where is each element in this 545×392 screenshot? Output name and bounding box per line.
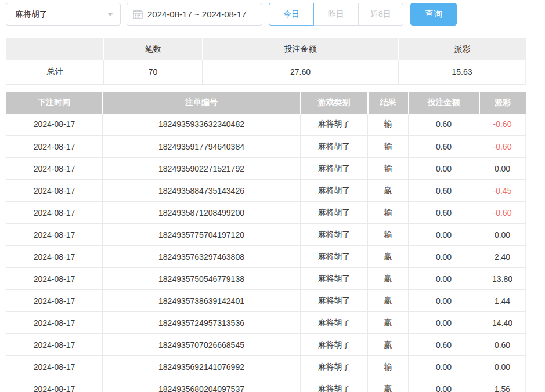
cell-result: 赢 [368, 334, 409, 356]
bets-table: 下注时间注单编号游戏类别结果投注金额派彩 2024-08-17182493593… [6, 92, 526, 392]
cell-bet-time: 2024-08-17 [6, 378, 103, 392]
cell-bet-amount: 0.00 [409, 158, 479, 180]
cell-bet-id: 1824935707026668545 [103, 334, 301, 356]
table-row: 2024-08-171824935750546779138麻将胡了赢0.0013… [6, 268, 526, 290]
total-count: 70 [104, 60, 203, 84]
calendar-icon [133, 9, 143, 19]
last-8-days-button[interactable]: 近8日 [358, 3, 403, 26]
cell-bet-amount: 0.60 [409, 334, 479, 356]
summary-header-count: 笔数 [104, 38, 203, 60]
cell-bet-amount: 0.00 [409, 268, 479, 290]
summary-table: 笔数 投注金额 派彩 总计 70 27.60 15.63 [6, 38, 526, 85]
cell-bet-amount: 0.00 [409, 356, 479, 378]
cell-payout: 13.80 [479, 268, 526, 290]
bets-column-header-cell-game-type: 游戏类别 [301, 92, 368, 114]
cell-game-type: 麻将胡了 [301, 180, 368, 202]
cell-game-type: 麻将胡了 [301, 268, 368, 290]
cell-game-type: 麻将胡了 [301, 356, 368, 378]
cell-result: 赢 [368, 290, 409, 312]
cell-game-type: 麻将胡了 [301, 246, 368, 268]
table-row: 2024-08-171824935738639142401麻将胡了赢0.001.… [6, 290, 526, 312]
cell-bet-time: 2024-08-17 [6, 114, 103, 136]
cell-bet-id: 1824935884735143426 [103, 180, 301, 202]
cell-game-type: 麻将胡了 [301, 334, 368, 356]
cell-payout: 0.60 [479, 334, 526, 356]
query-button[interactable]: 查询 [410, 3, 457, 26]
table-row: 2024-08-171824935917794640384麻将胡了输0.60-0… [6, 136, 526, 158]
cell-bet-amount: 0.00 [409, 378, 479, 392]
table-row: 2024-08-171824935680204097537麻将胡了赢0.001.… [6, 378, 526, 392]
cell-payout: -0.60 [479, 114, 526, 136]
date-range-picker[interactable]: 2024-08-17 ~ 2024-08-17 [127, 3, 262, 26]
table-row: 2024-08-171824935902271521792麻将胡了输0.000.… [6, 158, 526, 180]
cell-result: 输 [368, 136, 409, 158]
total-payout: 15.63 [399, 60, 526, 84]
cell-result: 赢 [368, 180, 409, 202]
summary-total-row: 总计 70 27.60 15.63 [6, 60, 526, 84]
cell-bet-time: 2024-08-17 [6, 312, 103, 334]
bets-header-row: 下注时间注单编号游戏类别结果投注金额派彩 [6, 92, 526, 114]
cell-game-type: 麻将胡了 [301, 202, 368, 224]
cell-bet-id: 1824935902271521792 [103, 158, 301, 180]
cell-game-type: 麻将胡了 [301, 136, 368, 158]
cell-game-type: 麻将胡了 [301, 114, 368, 136]
cell-payout: -0.60 [479, 136, 526, 158]
cell-result: 赢 [368, 268, 409, 290]
table-row: 2024-08-171824935692141076992麻将胡了输0.000.… [6, 356, 526, 378]
cell-game-type: 麻将胡了 [301, 224, 368, 246]
cell-bet-amount: 0.00 [409, 290, 479, 312]
cell-bet-time: 2024-08-17 [6, 224, 103, 246]
bets-column-header-cell-bet-amount: 投注金额 [409, 92, 479, 114]
cell-bet-id: 1824935750546779138 [103, 268, 301, 290]
cell-game-type: 麻将胡了 [301, 158, 368, 180]
table-row: 2024-08-171824935871208499200麻将胡了输0.60-0… [6, 202, 526, 224]
cell-payout: 14.40 [479, 312, 526, 334]
bets-column-header-cell-bet-id: 注单编号 [103, 92, 301, 114]
cell-bet-time: 2024-08-17 [6, 202, 103, 224]
cell-result: 赢 [368, 246, 409, 268]
quick-filter-group: 今日 昨日 近8日 [269, 3, 403, 26]
cell-result: 输 [368, 202, 409, 224]
table-row: 2024-08-171824935707026668545麻将胡了赢0.600.… [6, 334, 526, 356]
cell-result: 输 [368, 356, 409, 378]
yesterday-button[interactable]: 昨日 [313, 3, 359, 26]
bets-column-header-cell-bet-time: 下注时间 [6, 92, 103, 114]
cell-bet-time: 2024-08-17 [6, 290, 103, 312]
cell-bet-time: 2024-08-17 [6, 356, 103, 378]
game-select-value: 麻将胡了 [15, 9, 48, 20]
cell-bet-amount: 0.00 [409, 246, 479, 268]
cell-bet-amount: 0.60 [409, 180, 479, 202]
table-row: 2024-08-171824935763297463808麻将胡了赢0.002.… [6, 246, 526, 268]
table-row: 2024-08-171824935775704197120麻将胡了输0.000.… [6, 224, 526, 246]
chevron-down-icon [107, 13, 113, 16]
cell-payout: 0.00 [479, 158, 526, 180]
summary-header-row: 笔数 投注金额 派彩 [6, 38, 526, 60]
cell-bet-id: 1824935692141076992 [103, 356, 301, 378]
cell-bet-time: 2024-08-17 [6, 246, 103, 268]
total-bet-amount: 27.60 [203, 60, 399, 84]
cell-result: 输 [368, 158, 409, 180]
cell-bet-amount: 0.60 [409, 136, 479, 158]
summary-header-payout: 派彩 [399, 38, 526, 60]
cell-payout: -0.60 [479, 202, 526, 224]
cell-game-type: 麻将胡了 [301, 312, 368, 334]
game-select[interactable]: 麻将胡了 [6, 3, 121, 26]
cell-game-type: 麻将胡了 [301, 378, 368, 392]
cell-payout: -0.45 [479, 180, 526, 202]
cell-bet-time: 2024-08-17 [6, 136, 103, 158]
cell-payout: 0.00 [479, 224, 526, 246]
cell-bet-amount: 0.60 [409, 202, 479, 224]
cell-payout: 2.40 [479, 246, 526, 268]
bets-column-header-cell-payout: 派彩 [479, 92, 526, 114]
cell-bet-amount: 0.00 [409, 312, 479, 334]
table-row: 2024-08-171824935884735143426麻将胡了赢0.60-0… [6, 180, 526, 202]
date-range-value: 2024-08-17 ~ 2024-08-17 [147, 9, 247, 19]
bets-table-body: 2024-08-171824935933632340482麻将胡了输0.60-0… [6, 114, 526, 392]
cell-bet-amount: 0.60 [409, 114, 479, 136]
today-button[interactable]: 今日 [269, 3, 314, 26]
cell-bet-time: 2024-08-17 [6, 180, 103, 202]
cell-bet-id: 1824935724957313536 [103, 312, 301, 334]
table-row: 2024-08-171824935724957313536麻将胡了赢0.0014… [6, 312, 526, 334]
cell-bet-id: 1824935775704197120 [103, 224, 301, 246]
cell-bet-id: 1824935763297463808 [103, 246, 301, 268]
